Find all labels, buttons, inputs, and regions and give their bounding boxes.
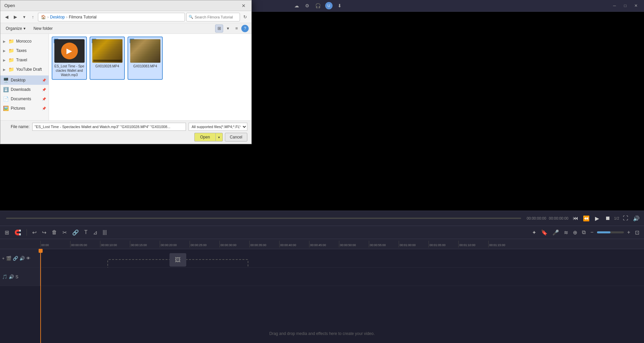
- dialog-titlebar: Open ✕: [0, 0, 251, 11]
- sidebar-label-morocco: Morocco: [16, 39, 32, 44]
- file-name-audio: ES_Lost Time - Spectacles Wallet and Wat…: [54, 64, 84, 77]
- file-thumb-video2: [130, 39, 160, 63]
- organize-button[interactable]: Organize ▾: [3, 24, 28, 33]
- expand-icon: ▶: [3, 49, 6, 53]
- open-btn-group: Open ▾: [194, 133, 222, 141]
- file-item-audio[interactable]: ✓ ▶ ES_Lost Time - Spectacles Wallet and…: [52, 37, 87, 80]
- video-overlay-1: [92, 39, 122, 63]
- dialog-sidebar: ▶ 📁 Morocco ▶ 📁 Taxes ▶ 📁 Travel: [0, 34, 49, 120]
- file-name-video2: GX010083.MP4: [133, 64, 157, 68]
- breadcrumb-sep-2: ›: [66, 15, 67, 19]
- dialog-bottombar: File name: All supported files(*.MP4;*.F…: [0, 120, 251, 144]
- sidebar-label-downloads: Downloads: [11, 87, 31, 92]
- expand-icon: ▶: [3, 40, 6, 43]
- downloads-icon: ⬇️: [3, 87, 9, 92]
- folder-icon: 📁: [8, 39, 14, 44]
- sidebar-label-documents: Documents: [11, 97, 31, 101]
- refresh-button[interactable]: ↻: [241, 13, 249, 21]
- sidebar-label-youtube-draft: YouTube Draft: [16, 67, 42, 72]
- file-item-video1[interactable]: ✓ GX010028.MP4: [90, 37, 125, 80]
- file-name-video1: GX010028.MP4: [95, 64, 119, 68]
- pictures-icon: 🖼️: [3, 106, 9, 111]
- sidebar-item-travel[interactable]: ▶ 📁 Travel: [0, 55, 49, 65]
- documents-icon: 📄: [3, 96, 9, 102]
- expand-icon: ▶: [3, 58, 6, 62]
- breadcrumb-sep-1: ›: [47, 15, 49, 19]
- video-thumb-visual-2: [130, 39, 160, 63]
- file-item-video2[interactable]: ✓ GX010083.MP4: [128, 37, 163, 80]
- view-dropdown-button[interactable]: ▾: [224, 24, 232, 33]
- breadcrumb-desktop[interactable]: Desktop: [50, 15, 65, 19]
- nav-forward-button[interactable]: ▶: [12, 13, 19, 21]
- sidebar-item-youtube-draft[interactable]: ▶ 📁 YouTube Draft: [0, 65, 49, 74]
- breadcrumb-bar: 🏠 › Desktop › Filmora Tutorial: [38, 13, 185, 21]
- sidebar-places-section: 🖥️ Desktop 📌 ⬇️ Downloads 📌 📄 Documents …: [0, 75, 49, 113]
- sidebar-item-taxes[interactable]: ▶ 📁 Taxes: [0, 46, 49, 55]
- sidebar-label-desktop: Desktop: [11, 78, 26, 82]
- expand-icon: ▶: [3, 68, 6, 71]
- sidebar-item-documents[interactable]: 📄 Documents 📌: [0, 94, 49, 104]
- dialog-body: ▶ 📁 Morocco ▶ 📁 Taxes ▶ 📁 Travel: [0, 34, 251, 120]
- pin-icon: 📌: [42, 107, 46, 110]
- open-dropdown-button[interactable]: ▾: [215, 133, 223, 141]
- open-button[interactable]: Open: [194, 133, 215, 141]
- dialog-view-buttons: ⊞ ▾ ≡ ?: [215, 24, 249, 33]
- sidebar-item-pictures[interactable]: 🖼️ Pictures 📌: [0, 104, 49, 113]
- dialog-close-button[interactable]: ✕: [240, 2, 247, 9]
- new-folder-label: New folder: [34, 26, 53, 31]
- filename-input[interactable]: [32, 123, 186, 131]
- dialog-actions: Open ▾ Cancel: [4, 133, 247, 141]
- cancel-button[interactable]: Cancel: [225, 133, 247, 141]
- search-box: 🔍: [186, 13, 240, 21]
- filename-row: File name: All supported files(*.MP4;*.F…: [4, 123, 247, 131]
- sidebar-item-desktop[interactable]: 🖥️ Desktop 📌: [0, 75, 49, 85]
- breadcrumb-home-icon: 🏠: [41, 15, 46, 19]
- sidebar-label-travel: Travel: [16, 58, 27, 62]
- organize-dropdown-icon: ▾: [23, 26, 26, 31]
- folder-icon: 📁: [8, 57, 14, 63]
- pin-icon: 📌: [42, 97, 46, 101]
- filename-label: File name:: [4, 124, 30, 129]
- search-input[interactable]: [195, 15, 238, 19]
- view-details-button[interactable]: ≡: [233, 24, 241, 33]
- filetype-select[interactable]: All supported files(*.MP4;*.FLV;...: [189, 123, 247, 131]
- folder-icon: 📁: [8, 67, 14, 72]
- help-button[interactable]: ?: [241, 25, 249, 32]
- new-folder-button[interactable]: New folder: [31, 24, 55, 33]
- file-thumb-video1: [92, 39, 122, 63]
- search-icon: 🔍: [189, 15, 193, 19]
- organize-label: Organize: [6, 26, 22, 31]
- pin-icon: 📌: [42, 88, 46, 92]
- nav-up-button[interactable]: ↑: [29, 13, 37, 21]
- video-progress-bar: [93, 60, 121, 62]
- folder-icon: 📁: [8, 48, 14, 53]
- nav-back-button[interactable]: ◀: [3, 13, 10, 21]
- dialog-files[interactable]: ✓ ▶ ES_Lost Time - Spectacles Wallet and…: [49, 34, 251, 120]
- breadcrumb-current: Filmora Tutorial: [69, 15, 97, 19]
- dialog-toolbar: Organize ▾ New folder ⊞ ▾ ≡ ?: [0, 23, 251, 34]
- dialog-overlay: Open ✕ ◀ ▶ ▾ ↑ 🏠 › Desktop › Filmora Tut…: [0, 0, 644, 343]
- video-thumb-visual-1: [92, 39, 122, 63]
- view-thumbnails-button[interactable]: ⊞: [215, 24, 223, 33]
- nav-dropdown-button[interactable]: ▾: [20, 13, 28, 21]
- desktop-icon: 🖥️: [3, 77, 9, 83]
- sidebar-item-morocco[interactable]: ▶ 📁 Morocco: [0, 37, 49, 46]
- dialog-addressbar: ◀ ▶ ▾ ↑ 🏠 › Desktop › Filmora Tutorial 🔍…: [0, 11, 251, 23]
- sidebar-item-downloads[interactable]: ⬇️ Downloads 📌: [0, 85, 49, 94]
- sidebar-label-pictures: Pictures: [11, 106, 25, 111]
- dialog-title: Open: [4, 3, 15, 8]
- open-dialog: Open ✕ ◀ ▶ ▾ ↑ 🏠 › Desktop › Filmora Tut…: [0, 0, 252, 144]
- sidebar-folder-section: ▶ 📁 Morocco ▶ 📁 Taxes ▶ 📁 Travel: [0, 37, 49, 74]
- sidebar-label-taxes: Taxes: [16, 48, 27, 53]
- file-thumb-audio: ▶: [54, 39, 85, 63]
- audio-play-icon: ▶: [61, 43, 78, 59]
- pin-icon: 📌: [42, 78, 46, 82]
- video-overlay-2: [130, 39, 160, 63]
